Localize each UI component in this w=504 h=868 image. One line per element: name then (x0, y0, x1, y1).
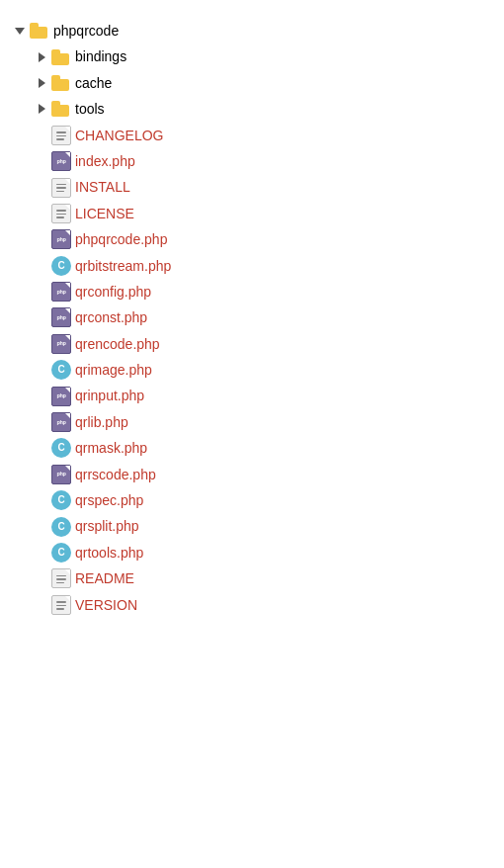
folder-icon (30, 23, 49, 39)
file-label-install[interactable]: INSTALL (75, 176, 130, 198)
file-label-qrencode-php[interactable]: qrencode.php (75, 333, 160, 355)
file-label-changelog[interactable]: CHANGELOG (75, 125, 163, 146)
arrow-right-icon[interactable] (34, 49, 49, 65)
folder-icon (51, 75, 71, 91)
arrow-right-icon[interactable] (34, 101, 49, 117)
file-label-qrbitstream-php[interactable]: qrbitstream.php (75, 255, 171, 277)
file-label-license[interactable]: LICENSE (75, 203, 134, 224)
folder-icon (51, 49, 71, 65)
file-label-qrmask-php[interactable]: qrmask.php (75, 437, 147, 459)
file-label-index-php[interactable]: index.php (75, 150, 135, 172)
php-file-icon: php (51, 151, 71, 171)
tree-item-qrrscode-php[interactable]: php qrrscode.php (12, 462, 492, 487)
text-file-icon (51, 204, 71, 223)
c-file-icon: C (51, 543, 71, 563)
arrow-right-icon[interactable] (34, 75, 49, 91)
folder-label-root[interactable]: phpqrcode (53, 20, 119, 42)
c-file-icon: C (51, 256, 71, 276)
file-label-phpqrcode-php[interactable]: phpqrcode.php (75, 228, 167, 250)
file-label-qrspec-php[interactable]: qrspec.php (75, 489, 143, 511)
tree-item-license[interactable]: LICENSE (12, 201, 492, 226)
file-label-qrtools-php[interactable]: qrtools.php (75, 542, 143, 564)
tree-item-version[interactable]: VERSION (12, 592, 492, 618)
tree-item-cache[interactable]: cache (12, 70, 492, 96)
tree-item-bindings[interactable]: bindings (12, 43, 492, 69)
folder-icon (51, 101, 71, 117)
tree-item-qrimage-php[interactable]: C qrimage.php (12, 357, 492, 383)
file-label-version[interactable]: VERSION (75, 594, 137, 616)
text-file-icon (51, 568, 71, 588)
arrow-down-icon[interactable] (12, 23, 28, 39)
tree-item-index-php[interactable]: php index.php (12, 148, 492, 174)
tree-item-install[interactable]: INSTALL (12, 174, 492, 200)
file-label-qrinput-php[interactable]: qrinput.php (75, 385, 144, 406)
file-label-qrconfig-php[interactable]: qrconfig.php (75, 281, 151, 303)
php-file-icon: php (51, 229, 71, 249)
php-file-icon: php (51, 282, 71, 302)
text-file-icon (51, 595, 71, 615)
text-file-icon (51, 178, 71, 198)
c-file-icon: C (51, 490, 71, 510)
file-label-readme[interactable]: README (75, 567, 134, 589)
tree-item-readme[interactable]: README (12, 565, 492, 591)
folder-label-tools[interactable]: tools (75, 98, 105, 120)
tree-item-qrencode-php[interactable]: php qrencode.php (12, 331, 492, 357)
tree-item-qrspec-php[interactable]: C qrspec.php (12, 487, 492, 513)
tree-item-qrsplit-php[interactable]: C qrsplit.php (12, 513, 492, 539)
text-file-icon (51, 126, 71, 145)
file-label-qrrscode-php[interactable]: qrrscode.php (75, 464, 156, 485)
tree-item-qrmask-php[interactable]: C qrmask.php (12, 435, 492, 461)
tree-item-phpqrcode-php[interactable]: php phpqrcode.php (12, 226, 492, 252)
c-file-icon: C (51, 438, 71, 458)
file-label-qrsplit-php[interactable]: qrsplit.php (75, 515, 139, 537)
php-file-icon: php (51, 387, 71, 406)
tree-item-root[interactable]: phpqrcode (12, 18, 492, 43)
tree-item-changelog[interactable]: CHANGELOG (12, 123, 492, 148)
php-file-icon: php (51, 465, 71, 484)
file-label-qrimage-php[interactable]: qrimage.php (75, 359, 152, 381)
file-tree: phpqrcode bindings cache tools CHANGELOG (0, 10, 504, 626)
php-file-icon: php (51, 334, 71, 354)
tree-item-qrconst-php[interactable]: php qrconst.php (12, 304, 492, 330)
c-file-icon: C (51, 517, 71, 537)
tree-item-qrlib-php[interactable]: php qrlib.php (12, 409, 492, 435)
file-label-qrlib-php[interactable]: qrlib.php (75, 411, 128, 433)
c-file-icon: C (51, 360, 71, 380)
php-file-icon: php (51, 412, 71, 432)
folder-label-cache[interactable]: cache (75, 72, 112, 94)
tree-item-qrconfig-php[interactable]: php qrconfig.php (12, 279, 492, 304)
tree-item-qrbitstream-php[interactable]: C qrbitstream.php (12, 253, 492, 279)
tree-item-tools[interactable]: tools (12, 96, 492, 122)
tree-item-qrtools-php[interactable]: C qrtools.php (12, 540, 492, 565)
folder-label-bindings[interactable]: bindings (75, 45, 126, 67)
file-label-qrconst-php[interactable]: qrconst.php (75, 306, 147, 328)
tree-item-qrinput-php[interactable]: php qrinput.php (12, 383, 492, 408)
php-file-icon: php (51, 307, 71, 327)
